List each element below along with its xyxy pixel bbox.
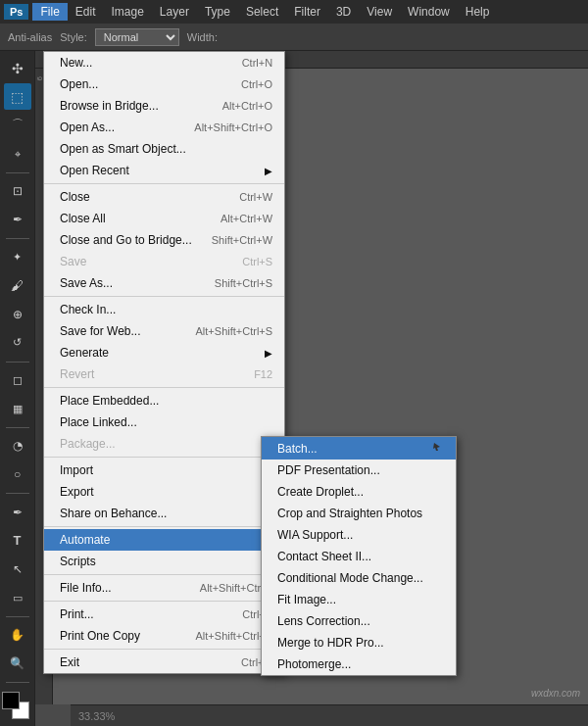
automate-contact-sheet[interactable]: Contact Sheet II... xyxy=(262,546,456,567)
tool-divider-4 xyxy=(6,427,29,428)
brush-tool[interactable]: 🖌 xyxy=(4,272,31,299)
dodge-tool[interactable]: ○ xyxy=(4,461,31,488)
menu-help[interactable]: Help xyxy=(458,3,498,21)
menu-open-smart[interactable]: Open as Smart Object... xyxy=(44,138,284,160)
canvas-area: 14 12 10 8 6 4 2 6 7 8 xyxy=(35,51,588,726)
menu-filter[interactable]: Filter xyxy=(286,3,328,21)
style-label: Style: xyxy=(60,31,87,43)
move-tool[interactable]: ✣ xyxy=(4,55,31,81)
crop-tool[interactable]: ⊡ xyxy=(4,178,31,205)
menu-share-behance[interactable]: Share on Behance... xyxy=(44,503,284,524)
automate-crop-straighten[interactable]: Crop and Straighten Photos xyxy=(262,503,456,524)
shape-tool[interactable]: ▭ xyxy=(4,585,31,611)
width-label: Width: xyxy=(187,31,218,43)
menu-export[interactable]: Export▶ xyxy=(44,481,284,503)
menu-view[interactable]: View xyxy=(359,3,400,21)
menu-close[interactable]: CloseCtrl+W xyxy=(44,186,284,208)
menu-window[interactable]: Window xyxy=(400,3,458,21)
hand-tool[interactable]: ✋ xyxy=(4,622,31,649)
sep3 xyxy=(44,387,284,388)
tool-divider-2 xyxy=(6,238,29,239)
menu-generate[interactable]: Generate▶ xyxy=(44,342,284,363)
eyedropper-tool[interactable]: ✒ xyxy=(4,207,31,233)
type-tool[interactable]: T xyxy=(4,527,31,554)
automate-pdf[interactable]: PDF Presentation... xyxy=(262,460,456,481)
menu-image[interactable]: Image xyxy=(104,3,152,21)
left-toolbar: ✣ ⬚ ⌒ ⌖ ⊡ ✒ ✦ 🖌 ⊕ ↺ ◻ xyxy=(0,51,35,726)
tool-divider-7 xyxy=(6,682,29,683)
sep2 xyxy=(44,296,284,297)
workspace: ✣ ⬚ ⌒ ⌖ ⊡ ✒ ✦ 🖌 ⊕ ↺ ◻ xyxy=(0,51,588,726)
menu-type[interactable]: Type xyxy=(197,3,238,21)
menu-exit[interactable]: ExitCtrl+Q xyxy=(44,652,284,673)
color-swatch-area[interactable] xyxy=(2,692,33,722)
blur-tool[interactable]: ◔ xyxy=(4,433,31,460)
menu-close-bridge[interactable]: Close and Go to Bridge...Shift+Ctrl+W xyxy=(44,229,284,251)
path-select-tool[interactable]: ↖ xyxy=(4,556,31,582)
menu-revert: RevertF12 xyxy=(44,363,284,385)
menu-import[interactable]: Import▶ xyxy=(44,460,284,481)
menu-save-as[interactable]: Save As...Shift+Ctrl+S xyxy=(44,272,284,294)
menu-place-linked[interactable]: Place Linked... xyxy=(44,411,284,433)
menu-3d[interactable]: 3D xyxy=(328,3,359,21)
zoom-tool[interactable]: 🔍 xyxy=(4,651,31,677)
menu-package: Package... xyxy=(44,433,284,455)
menu-save: SaveCtrl+S xyxy=(44,251,284,272)
tool-divider-1 xyxy=(6,172,29,173)
menu-print[interactable]: Print...Ctrl+P xyxy=(44,604,284,625)
sep8 xyxy=(44,649,284,650)
menu-place-embedded[interactable]: Place Embedded... xyxy=(44,390,284,411)
style-select[interactable]: Normal Fixed Ratio Fixed Size xyxy=(95,28,179,46)
menu-scripts[interactable]: Scripts▶ xyxy=(44,551,284,572)
clone-tool[interactable]: ⊕ xyxy=(4,301,31,327)
menu-new[interactable]: New...Ctrl+N xyxy=(44,52,284,73)
foreground-color[interactable] xyxy=(2,692,20,709)
lasso-tool[interactable]: ⌒ xyxy=(4,112,31,138)
sep1 xyxy=(44,183,284,184)
menu-layer[interactable]: Layer xyxy=(152,3,197,21)
menu-automate[interactable]: Automate▶ xyxy=(44,529,284,551)
sep6 xyxy=(44,574,284,575)
healing-tool[interactable]: ✦ xyxy=(4,244,31,270)
menu-open-recent[interactable]: Open Recent▶ xyxy=(44,160,284,181)
menu-file-info[interactable]: File Info...Alt+Shift+Ctrl+I xyxy=(44,577,284,599)
automate-submenu-container: Batch... PDF Presentation... Create Drop… xyxy=(261,436,457,676)
menu-check-in[interactable]: Check In... xyxy=(44,299,284,320)
options-toolbar: Anti-alias Style: Normal Fixed Ratio Fix… xyxy=(0,24,588,51)
status-text: 33.33% xyxy=(78,710,115,722)
menu-open-as[interactable]: Open As...Alt+Shift+Ctrl+O xyxy=(44,117,284,138)
gradient-tool[interactable]: ▦ xyxy=(4,396,31,422)
automate-hdr[interactable]: Merge to HDR Pro... xyxy=(262,632,456,653)
menu-close-all[interactable]: Close AllAlt+Ctrl+W xyxy=(44,208,284,229)
menu-file[interactable]: File xyxy=(32,3,67,21)
watermark: wxdxn.com xyxy=(531,688,580,699)
tool-divider-6 xyxy=(6,616,29,617)
antialias-label: Anti-alias xyxy=(8,31,52,43)
app-logo: Ps xyxy=(4,4,28,20)
quick-select-tool[interactable]: ⌖ xyxy=(4,140,31,167)
sep5 xyxy=(44,526,284,527)
menu-browse-bridge[interactable]: Browse in Bridge...Alt+Ctrl+O xyxy=(44,95,284,117)
automate-submenu: Batch... PDF Presentation... Create Drop… xyxy=(261,436,457,676)
menu-open[interactable]: Open...Ctrl+O xyxy=(44,73,284,95)
sep7 xyxy=(44,601,284,602)
menu-print-one[interactable]: Print One CopyAlt+Shift+Ctrl+P xyxy=(44,625,284,647)
menu-edit[interactable]: Edit xyxy=(68,3,104,21)
automate-droplet[interactable]: Create Droplet... xyxy=(262,481,456,503)
menu-select[interactable]: Select xyxy=(238,3,286,21)
automate-lens[interactable]: Lens Correction... xyxy=(262,610,456,632)
cursor-icon xyxy=(432,441,444,453)
automate-fit-image[interactable]: Fit Image... xyxy=(262,589,456,610)
tool-divider-3 xyxy=(6,362,29,363)
automate-wia[interactable]: WIA Support... xyxy=(262,524,456,546)
tool-divider-5 xyxy=(6,493,29,494)
menu-save-web[interactable]: Save for Web...Alt+Shift+Ctrl+S xyxy=(44,320,284,342)
automate-conditional-mode[interactable]: Conditional Mode Change... xyxy=(262,567,456,589)
automate-batch[interactable]: Batch... xyxy=(262,437,456,460)
history-tool[interactable]: ↺ xyxy=(4,329,31,356)
eraser-tool[interactable]: ◻ xyxy=(4,366,31,393)
menu-bar: Ps File Edit Image Layer Type Select Fil… xyxy=(0,0,588,24)
automate-photomerge[interactable]: Photomerge... xyxy=(262,653,456,675)
marquee-tool[interactable]: ⬚ xyxy=(4,83,31,110)
pen-tool[interactable]: ✒ xyxy=(4,499,31,525)
